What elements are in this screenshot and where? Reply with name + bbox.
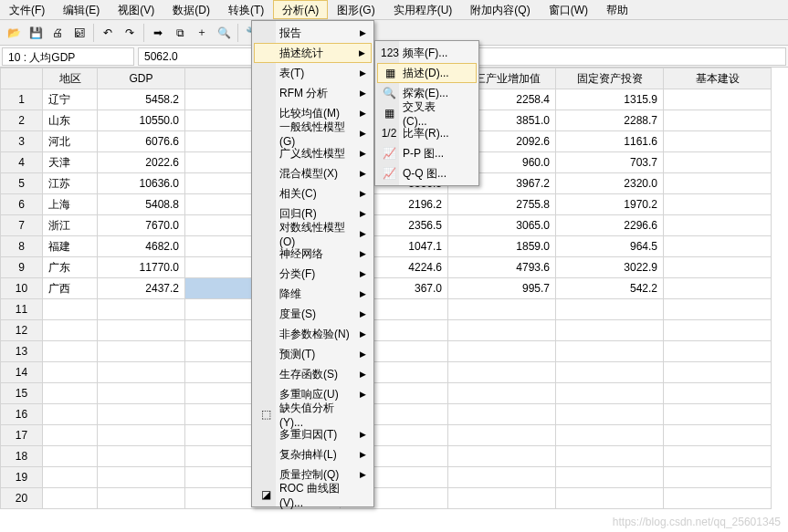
menu-item[interactable]: RFM 分析▶ (254, 83, 372, 103)
menu-6[interactable]: 图形(G) (328, 0, 383, 19)
submenu-arrow-icon: ▶ (360, 329, 366, 339)
menu-item[interactable]: ◪ROC 曲线图(V)... (254, 485, 372, 505)
menu-item[interactable]: 一般线性模型(G)▶ (254, 123, 372, 143)
goto-icon[interactable]: ➡ (148, 23, 168, 43)
submenu-arrow-icon: ▶ (360, 249, 366, 258)
submenu-arrow-icon: ▶ (360, 189, 366, 198)
menu-item[interactable]: ▦描述(D)... (377, 63, 477, 83)
table-row[interactable]: 19 (1, 467, 772, 488)
table-row[interactable]: 7浙江7670.0000000002356.53065.02296.6 (1, 215, 772, 236)
column-header[interactable]: 固定资产投资 (556, 68, 664, 89)
menu-item-label: 混合模型(X) (279, 166, 338, 182)
table-row[interactable]: 11 (1, 299, 772, 320)
menu-item-label: 非参数检验(N) (279, 327, 350, 342)
menu-item[interactable]: 混合模型(X)▶ (254, 163, 372, 183)
submenu-arrow-icon: ▶ (360, 209, 366, 218)
menu-item[interactable]: ⬚缺失值分析(Y)... (254, 404, 372, 424)
table-row[interactable]: 8福建4682.0000000001047.11859.0964.5 (1, 236, 772, 257)
menu-item[interactable]: 报告▶ (254, 23, 372, 43)
redo-icon[interactable]: ↷ (120, 23, 140, 43)
submenu-arrow-icon: ▶ (360, 450, 366, 459)
menu-item[interactable]: 123频率(F)... (377, 43, 477, 63)
table-row[interactable]: 18 (1, 446, 772, 467)
table-row[interactable]: 20 (1, 488, 772, 509)
menu-item-icon: ⬚ (257, 408, 274, 421)
menu-5[interactable]: 分析(A) (273, 0, 328, 19)
menu-item-icon: 1/2 (381, 127, 397, 140)
menu-item[interactable]: 度量(S)▶ (254, 304, 372, 324)
menu-item[interactable]: 生存函数(S)▶ (254, 364, 372, 384)
menu-item-label: 复杂抽样(L) (279, 447, 337, 463)
menu-10[interactable]: 帮助 (597, 0, 637, 19)
save-icon[interactable]: 💾 (26, 23, 46, 43)
menu-item[interactable]: 非参数检验(N)▶ (254, 324, 372, 344)
column-header[interactable]: 基本建设 (664, 68, 772, 89)
menu-item[interactable]: 相关(C)▶ (254, 183, 372, 203)
menu-item[interactable]: 1/2比率(R)... (377, 123, 477, 143)
menu-item-icon: ▦ (381, 107, 397, 120)
menu-item-label: Q-Q 图... (403, 166, 447, 182)
menu-item[interactable]: 分类(F)▶ (254, 264, 372, 284)
vars-icon[interactable]: ⧉ (170, 23, 190, 43)
open-icon[interactable]: 📂 (4, 23, 24, 43)
menubar: 文件(F)编辑(E)视图(V)数据(D)转换(T)分析(A)图形(G)实用程序(… (0, 0, 788, 20)
find-icon[interactable]: 🔍 (214, 23, 234, 43)
menu-item[interactable]: 多重归因(T)▶ (254, 424, 372, 444)
recall-icon[interactable]: 🗟 (69, 23, 89, 43)
menu-item-icon: 📈 (381, 167, 397, 180)
watermark: https://blog.csdn.net/qq_25601345 (613, 516, 781, 528)
submenu-arrow-icon: ▶ (360, 370, 366, 379)
table-row[interactable]: 15 (1, 383, 772, 404)
menu-item[interactable]: 📈Q-Q 图... (377, 163, 477, 183)
table-row[interactable]: 17 (1, 425, 772, 446)
submenu-arrow-icon: ▶ (360, 309, 366, 318)
menu-item[interactable]: ▦交叉表(C)... (377, 103, 477, 123)
undo-icon[interactable]: ↶ (98, 23, 118, 43)
table-row[interactable]: 10广西2437.200000000367.0995.7542.2 (1, 278, 772, 299)
menu-item-label: 度量(S) (279, 307, 316, 322)
table-row[interactable]: 12 (1, 320, 772, 341)
menu-8[interactable]: 附加内容(Q) (461, 0, 539, 19)
print-icon[interactable]: 🖨 (47, 23, 68, 43)
cell-reference[interactable]: 10 : 人均GDP (2, 47, 134, 66)
menu-7[interactable]: 实用程序(U) (384, 0, 462, 19)
menu-item[interactable]: 复杂抽样(L)▶ (254, 444, 372, 464)
menu-item-label: 频率(F)... (403, 46, 447, 61)
column-header[interactable]: 地区 (43, 68, 98, 89)
submenu-arrow-icon: ▶ (360, 149, 366, 158)
menu-item[interactable]: 预测(T)▶ (254, 344, 372, 364)
menu-3[interactable]: 数据(D) (163, 0, 219, 19)
menu-item[interactable]: 降维▶ (254, 284, 372, 304)
submenu-arrow-icon: ▶ (360, 109, 366, 118)
table-row[interactable]: 9广东11770.0000000004224.64793.63022.9 (1, 257, 772, 278)
descriptive-stats-submenu: 123频率(F)...▦描述(D)...🔍探索(E)...▦交叉表(C)...1… (374, 40, 479, 186)
menu-item[interactable]: 神经网络▶ (254, 244, 372, 264)
menu-0[interactable]: 文件(F) (0, 0, 54, 19)
menu-item-label: 描述(D)... (403, 66, 449, 81)
menu-item-label: P-P 图... (403, 146, 444, 162)
column-header[interactable]: GDP (98, 68, 185, 89)
insert-icon[interactable]: ＋ (192, 23, 212, 43)
menu-item-icon: 123 (381, 47, 397, 59)
menu-1[interactable]: 编辑(E) (54, 0, 109, 19)
menu-item[interactable]: 描述统计▶ (254, 43, 372, 63)
menu-item[interactable]: 广义线性模型▶ (254, 143, 372, 163)
menu-9[interactable]: 窗口(W) (540, 0, 597, 19)
submenu-arrow-icon: ▶ (360, 349, 366, 359)
menu-item[interactable]: 📈P-P 图... (377, 143, 477, 163)
submenu-arrow-icon: ▶ (360, 68, 366, 78)
menu-item[interactable]: 对数线性模型(O)▶ (254, 224, 372, 244)
table-row[interactable]: 13 (1, 341, 772, 362)
menu-4[interactable]: 转换(T) (219, 0, 273, 19)
menu-item-label: 神经网络 (279, 246, 323, 262)
submenu-arrow-icon: ▶ (360, 89, 366, 98)
table-row[interactable]: 14 (1, 362, 772, 383)
menu-2[interactable]: 视图(V) (109, 0, 163, 19)
menu-item-icon: ◪ (257, 488, 274, 501)
submenu-arrow-icon: ▶ (360, 169, 366, 178)
menu-item[interactable]: 表(T)▶ (254, 63, 372, 83)
menu-item-icon: 🔍 (381, 87, 397, 99)
menu-item-label: 预测(T) (279, 347, 315, 362)
table-row[interactable]: 6上海5408.8000000002196.22755.81970.2 (1, 194, 772, 215)
table-row[interactable]: 16 (1, 404, 772, 425)
